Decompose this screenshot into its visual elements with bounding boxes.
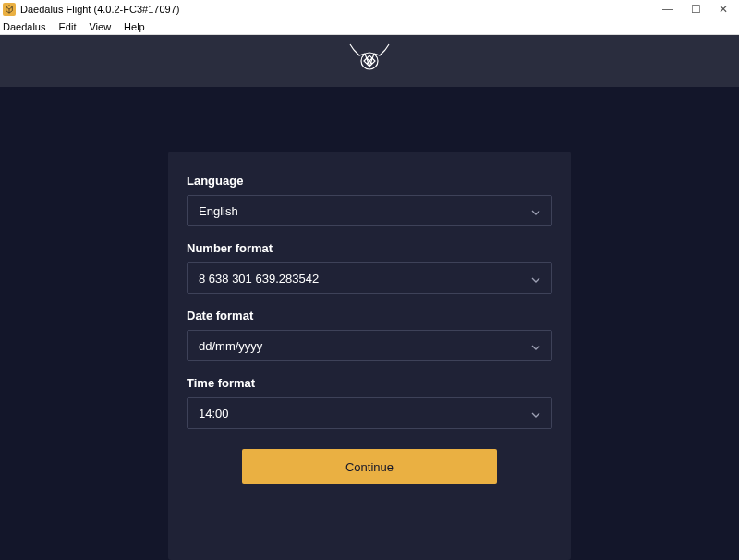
- language-select[interactable]: English: [187, 195, 552, 226]
- time-format-select[interactable]: 14:00: [187, 397, 552, 429]
- header-banner: [0, 35, 739, 87]
- date-format-label: Date format: [187, 309, 552, 323]
- chevron-down-icon: [531, 204, 540, 218]
- date-format-value: dd/mm/yyyy: [199, 339, 531, 353]
- time-format-label: Time format: [187, 376, 552, 390]
- menu-edit[interactable]: Edit: [58, 21, 76, 32]
- daedalus-logo-icon: [5, 5, 14, 14]
- content-area: Language English Number format 8 638 301…: [0, 87, 739, 560]
- number-format-field: Number format 8 638 301 639.283542: [187, 241, 552, 294]
- maximize-button[interactable]: ☐: [690, 3, 701, 16]
- menu-help[interactable]: Help: [124, 21, 145, 32]
- app-icon: [3, 3, 16, 16]
- language-label: Language: [187, 174, 552, 188]
- close-button[interactable]: ✕: [718, 3, 729, 16]
- date-format-field: Date format dd/mm/yyyy: [187, 309, 552, 361]
- setup-panel: Language English Number format 8 638 301…: [168, 152, 571, 560]
- number-format-select[interactable]: 8 638 301 639.283542: [187, 262, 552, 294]
- menubar: Daedalus Edit View Help: [0, 18, 739, 35]
- chevron-down-icon: [531, 407, 540, 420]
- window-controls: — ☐ ✕: [662, 3, 736, 16]
- daedalus-hero-logo-icon: [346, 43, 393, 79]
- language-value: English: [199, 204, 531, 218]
- language-field: Language English: [187, 174, 552, 226]
- number-format-label: Number format: [187, 241, 552, 255]
- chevron-down-icon: [531, 339, 540, 353]
- date-format-select[interactable]: dd/mm/yyyy: [187, 330, 552, 361]
- menu-view[interactable]: View: [89, 21, 111, 32]
- menu-daedalus[interactable]: Daedalus: [3, 21, 45, 32]
- continue-button[interactable]: Continue: [242, 449, 497, 484]
- window-title: Daedalus Flight (4.0.2-FC3#17097): [20, 4, 662, 15]
- number-format-value: 8 638 301 639.283542: [199, 272, 531, 286]
- time-format-field: Time format 14:00: [187, 376, 552, 429]
- window-titlebar: Daedalus Flight (4.0.2-FC3#17097) — ☐ ✕: [0, 0, 739, 18]
- time-format-value: 14:00: [199, 407, 531, 420]
- minimize-button[interactable]: —: [662, 3, 673, 16]
- chevron-down-icon: [531, 272, 540, 286]
